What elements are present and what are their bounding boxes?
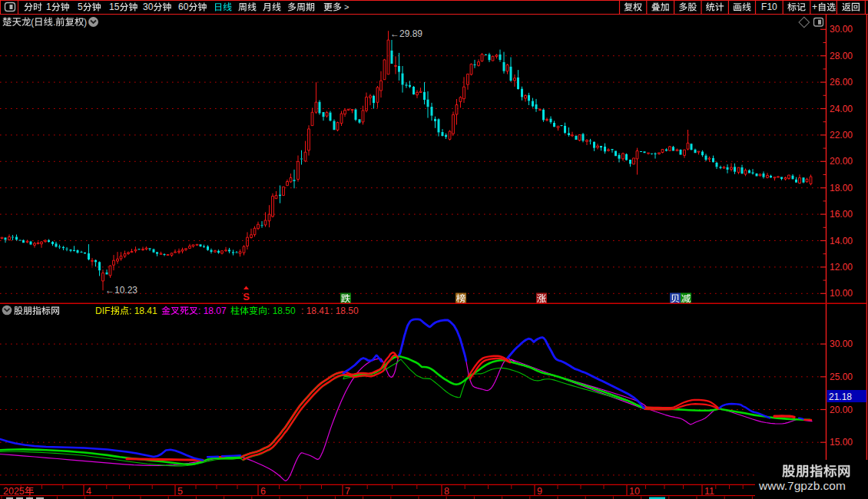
svg-text:21.18: 21.18 [829, 392, 852, 402]
svg-text:20.00: 20.00 [830, 156, 853, 167]
svg-text:20.00: 20.00 [830, 405, 853, 415]
svg-text:>: > [344, 2, 349, 12]
svg-text:15.00: 15.00 [830, 437, 853, 448]
svg-text:7: 7 [345, 486, 350, 497]
svg-text:9: 9 [537, 486, 542, 497]
svg-text:←29.89: ←29.89 [390, 28, 422, 39]
svg-text:28.00: 28.00 [830, 51, 853, 61]
svg-text:22.00: 22.00 [830, 130, 853, 140]
svg-text:: 18.41: : 18.41 [129, 306, 157, 316]
svg-text:6: 6 [260, 486, 266, 497]
svg-text:F10: F10 [761, 2, 777, 12]
svg-text:: 18.50: : 18.50 [267, 306, 296, 316]
svg-text:16.00: 16.00 [830, 209, 853, 220]
svg-text:+: + [812, 2, 817, 12]
svg-text:.: . [53, 17, 55, 28]
svg-text:10: 10 [629, 486, 640, 497]
svg-text:18.00: 18.00 [830, 183, 853, 193]
svg-text:12.00: 12.00 [830, 262, 853, 273]
svg-text:): ) [84, 17, 87, 28]
svg-text:: 18.07: : 18.07 [198, 306, 227, 316]
svg-text:: 18.41: : 18.41 [301, 306, 330, 316]
svg-text:2025: 2025 [3, 486, 25, 497]
svg-text:10.00: 10.00 [830, 288, 853, 299]
svg-text:8: 8 [444, 486, 449, 497]
svg-text:4: 4 [86, 486, 91, 497]
svg-text:1: 1 [46, 2, 51, 12]
svg-text:5: 5 [177, 486, 183, 497]
svg-text:5: 5 [78, 2, 83, 12]
svg-text:26.00: 26.00 [830, 77, 853, 88]
svg-text:15: 15 [109, 2, 120, 12]
svg-text:30: 30 [143, 2, 154, 12]
svg-text:DIF: DIF [95, 306, 110, 316]
svg-text:25.00: 25.00 [830, 372, 853, 382]
svg-text:60: 60 [178, 2, 189, 12]
svg-text:www.7gpzb.com: www.7gpzb.com [758, 479, 846, 492]
svg-text:11: 11 [704, 486, 714, 497]
svg-text:S: S [243, 291, 250, 302]
svg-text:←10.23: ←10.23 [105, 285, 137, 296]
svg-text:14.00: 14.00 [830, 236, 853, 246]
svg-text:30.00: 30.00 [830, 24, 853, 35]
svg-text:: 18.50: : 18.50 [330, 306, 359, 316]
svg-text:24.00: 24.00 [830, 104, 853, 114]
svg-text:30.00: 30.00 [830, 339, 853, 349]
